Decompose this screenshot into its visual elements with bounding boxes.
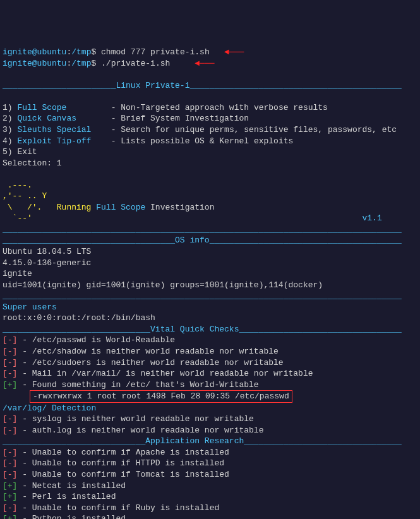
cwd: /tmp bbox=[71, 47, 91, 57]
arrow-annotation-2: ◄─── bbox=[195, 59, 214, 68]
check-line: [-] - Mail in /var/mail/ is neither worl… bbox=[3, 369, 313, 378]
status-neg: [-] bbox=[3, 426, 17, 435]
status-neg: [-] bbox=[3, 458, 17, 468]
os-line: Ubuntu 18.04.5 LTS bbox=[3, 247, 91, 256]
check-line: [+] - Python is installed bbox=[3, 514, 126, 519]
kernel-line: 4.15.0-136-generic bbox=[3, 258, 91, 268]
super-users-line: root:x:0:0:root:/root:/bin/bash bbox=[3, 313, 155, 323]
check-line: [-] - /etc/sudoers is neither world read… bbox=[3, 358, 284, 367]
check-line: [+] - Perl is installed bbox=[3, 492, 116, 501]
status-neg: [-] bbox=[3, 503, 17, 513]
menu-option-full-scope[interactable]: Full Scope bbox=[17, 103, 66, 112]
menu-item: 3) Sleuths Special - Search for unique p… bbox=[3, 125, 397, 134]
version: v1.1 bbox=[363, 213, 382, 223]
arrow-annotation-1: ◄─── bbox=[224, 47, 244, 57]
ascii-art: .---. bbox=[3, 181, 32, 190]
status-neg: [-] bbox=[3, 369, 17, 378]
menu-item: 5) Exit bbox=[3, 147, 37, 157]
check-line: [-] - syslog is neither world readable n… bbox=[3, 414, 254, 424]
menu-item: 2) Quick Canvas - Brief System Investiga… bbox=[3, 114, 249, 123]
vital-header: ______________________________Vital Quic… bbox=[3, 325, 402, 334]
check-line: [-] - Unable to confirm if HTTPD is inst… bbox=[3, 458, 224, 468]
status-pos: [+] bbox=[3, 380, 17, 390]
status-neg: [-] bbox=[3, 414, 17, 424]
app-research-header: _____________________________Application… bbox=[3, 436, 402, 446]
highlighted-finding: -rwxrwxrwx 1 root root 1498 Feb 28 09:35… bbox=[3, 391, 292, 401]
running-line: \ /'. Running Full Scope Investigation bbox=[3, 203, 214, 212]
menu-option-sleuths[interactable]: Sleuths Special bbox=[17, 125, 91, 134]
check-line: [-] - auth.log is neither world readable… bbox=[3, 426, 263, 435]
status-neg: [-] bbox=[3, 347, 17, 356]
separator: ________________________________________… bbox=[3, 291, 402, 301]
user-line: ignite bbox=[3, 269, 32, 278]
check-line: [-] - Unable to confirm if Tomcat is ins… bbox=[3, 470, 229, 479]
command-2: ./private-i.sh bbox=[101, 59, 170, 68]
menu-item: 1) Full Scope - Non-Targeted approach wi… bbox=[3, 103, 328, 112]
shell-prompt-1: ignite@ubuntu:/tmp$ chmod 777 private-i.… bbox=[3, 47, 244, 57]
status-neg: [-] bbox=[3, 470, 17, 479]
check-line: [+] - Netcat is installed bbox=[3, 481, 126, 491]
shell-prompt-2: ignite@ubuntu:/tmp$ ./private-i.sh ◄─── bbox=[3, 59, 215, 68]
ascii-art: ,'-- .. Y bbox=[3, 191, 47, 201]
menu-option-exit[interactable]: Exit bbox=[17, 147, 37, 157]
world-writable-file: -rwxrwxrwx 1 root root 1498 Feb 28 09:35… bbox=[30, 390, 292, 403]
selection-line[interactable]: Selection: 1 bbox=[3, 158, 62, 168]
check-line: [+] - Found something in /etc/ that's Wo… bbox=[3, 380, 259, 390]
os-info-header: ___________________________________OS in… bbox=[3, 236, 402, 245]
ascii-art: `--' bbox=[3, 213, 32, 223]
menu-option-exploit[interactable]: Exploit Tip-off bbox=[17, 136, 91, 146]
separator: ________________________________________… bbox=[3, 225, 402, 234]
check-line: [-] - /etc/passwd is World-Readable bbox=[3, 335, 175, 345]
varlog-header: /var/log/ Detection bbox=[3, 403, 96, 413]
status-neg: [-] bbox=[3, 448, 17, 457]
super-users-header: Super users bbox=[3, 302, 57, 312]
check-line: [-] - Unable to confirm if Ruby is insta… bbox=[3, 503, 219, 513]
uid-line: uid=1001(ignite) gid=1001(ignite) groups… bbox=[3, 280, 323, 290]
title-separator: _______________________Linux Private-i__… bbox=[3, 81, 402, 90]
status-neg: [-] bbox=[3, 358, 17, 367]
status-neg: [-] bbox=[3, 335, 17, 345]
status-pos: [+] bbox=[3, 514, 17, 519]
user: ignite@ubuntu bbox=[3, 47, 66, 57]
menu-option-quick-canvas[interactable]: Quick Canvas bbox=[17, 114, 76, 123]
command-1: chmod 777 private-i.sh bbox=[101, 47, 210, 57]
check-line: [-] - /etc/shadow is neither world reada… bbox=[3, 347, 279, 356]
check-line: [-] - Unable to confirm if Apache is ins… bbox=[3, 448, 229, 457]
menu-item: 4) Exploit Tip-off - Lists possible OS &… bbox=[3, 136, 293, 146]
status-pos: [+] bbox=[3, 492, 17, 501]
status-pos: [+] bbox=[3, 481, 17, 491]
